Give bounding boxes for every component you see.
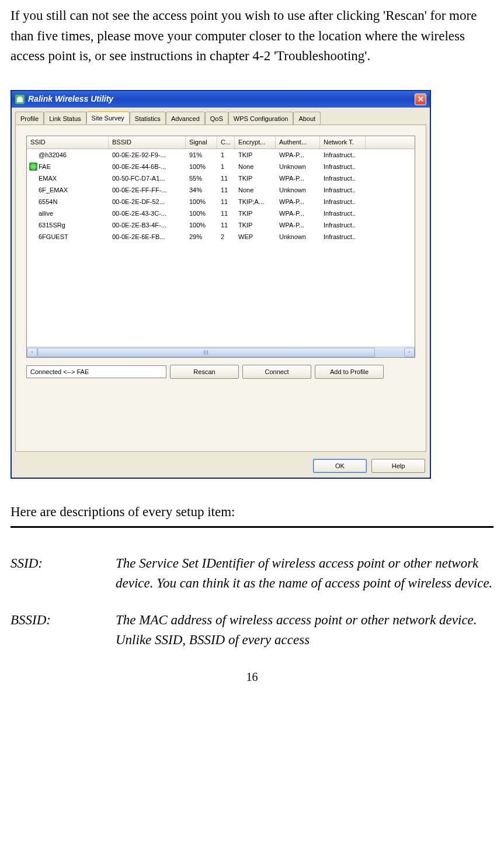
cell-signal: 100% (186, 220, 217, 231)
grid-header[interactable]: SSIDBSSIDSignalC...Encrypt...Authent...N… (27, 136, 415, 149)
rescan-button[interactable]: Rescan (170, 365, 239, 379)
cell-ch: 11 (217, 208, 235, 219)
ssid-label: 6F_EMAX (39, 185, 68, 195)
ssid-cell: ailive (27, 208, 109, 219)
cell-signal: 100% (186, 161, 217, 172)
table-row[interactable]: @h3204600-0E-2E-92-F9-...91%1TKIPWPA-P..… (27, 149, 415, 161)
cell-enc: TKIP (235, 208, 276, 219)
cell-enc: TKIP;A... (235, 196, 276, 208)
chevron-left-icon: ‹ (32, 348, 33, 357)
titlebar[interactable]: Ralink Wireless Utility ✕ (12, 91, 430, 108)
table-row[interactable]: EMAX00-50-FC-D7-A1...55%11TKIPWPA-P...In… (27, 172, 415, 184)
table-row[interactable]: 6554N00-0E-2E-DF-52...100%11TKIP;A...WPA… (27, 196, 415, 208)
page-number: 16 (11, 668, 493, 686)
cell-bssid: 00-0E-2E-44-6B-... (109, 161, 186, 172)
intro-paragraph: If you still can not see the access poin… (11, 6, 493, 67)
definition-item: SSID:The Service Set IDentifier of wirel… (11, 554, 493, 594)
tab-statistics[interactable]: Statistics (130, 112, 166, 126)
cell-bssid: 00-50-FC-D7-A1... (109, 173, 186, 184)
connection-status: Connected <--> FAE (26, 365, 166, 378)
scroll-left-button[interactable]: ‹ (27, 348, 37, 357)
table-row-empty (27, 313, 415, 324)
cell-net: Infrastruct.. (320, 208, 366, 219)
network-icon (29, 174, 37, 182)
cell-auth: Unknown (276, 185, 320, 196)
scroll-thumb[interactable] (37, 348, 375, 357)
cell-net: Infrastruct.. (320, 231, 366, 243)
connected-icon (29, 163, 37, 171)
close-button[interactable]: ✕ (415, 94, 426, 105)
tab-about[interactable]: About (293, 112, 321, 126)
tab-site-survey[interactable]: Site Survey (86, 111, 130, 123)
cell-enc: None (235, 161, 276, 172)
cell-net: Infrastruct.. (320, 173, 366, 184)
app-icon (15, 95, 25, 104)
cell-signal: 91% (186, 150, 217, 161)
cell-ch: 11 (217, 220, 235, 231)
cell-auth: WPA-P... (276, 220, 320, 231)
table-row[interactable]: 6F_EMAX00-0E-2E-FF-FF-...34%11NoneUnknow… (27, 184, 415, 196)
ssid-cell: 6315SRg (27, 220, 109, 231)
ssid-label: FAE (39, 162, 51, 172)
table-row[interactable]: ailive00-0E-2E-43-3C-...100%11TKIPWPA-P.… (27, 208, 415, 219)
table-row-empty (27, 254, 415, 266)
tab-qos[interactable]: QoS (205, 112, 228, 126)
cell-net: Infrastruct.. (320, 161, 366, 172)
ssid-label: ailive (39, 209, 53, 219)
definition-item: BSSID:The MAC address of wireless access… (11, 610, 493, 651)
close-icon: ✕ (418, 94, 424, 105)
ok-button[interactable]: OK (313, 459, 367, 473)
network-icon (29, 151, 37, 159)
tab-wps-configuration[interactable]: WPS Configuration (228, 112, 294, 126)
grid-body[interactable]: @h3204600-0E-2E-92-F9-...91%1TKIPWPA-P..… (27, 149, 415, 347)
tab-link-status[interactable]: Link Status (44, 112, 86, 126)
cell-bssid: 00-0E-2E-92-F9-... (109, 150, 186, 161)
table-row[interactable]: 6FGUEST00-0E-2E-6E-FB...29%2WEPUnknownIn… (27, 231, 415, 243)
tab-advanced[interactable]: Advanced (166, 112, 205, 126)
ssid-cell: EMAX (27, 173, 109, 184)
definition-text: The MAC address of wireless access point… (116, 610, 493, 651)
ssid-cell: 6554N (27, 196, 109, 208)
horizontal-scrollbar[interactable]: ‹ › (27, 347, 415, 357)
table-row-empty (27, 278, 415, 289)
connect-button[interactable]: Connect (242, 365, 311, 379)
ssid-cell: 6F_EMAX (27, 185, 109, 196)
tab-profile[interactable]: Profile (15, 112, 44, 126)
column-header[interactable]: Encrypt... (235, 136, 276, 148)
chevron-right-icon: › (409, 348, 411, 357)
column-header[interactable]: Network T. (320, 136, 366, 148)
ssid-label: @h32046 (39, 150, 67, 160)
cell-bssid: 00-0E-2E-FF-FF-... (109, 185, 186, 196)
column-header[interactable]: C... (217, 136, 235, 148)
add-to-profile-button[interactable]: Add to Profile (315, 365, 384, 379)
column-header[interactable]: Authent... (276, 136, 320, 148)
column-header[interactable]: BSSID (109, 136, 186, 148)
cell-net: Infrastruct.. (320, 196, 366, 208)
table-row-empty (27, 289, 415, 301)
ssid-label: 6554N (39, 197, 57, 207)
definition-term: BSSID: (11, 610, 116, 651)
ssid-label: 6315SRg (39, 220, 65, 230)
cell-ch: 11 (217, 173, 235, 184)
scroll-track[interactable] (37, 348, 404, 357)
scroll-right-button[interactable]: › (404, 348, 415, 357)
cell-ch: 2 (217, 231, 235, 243)
cell-auth: WPA-P... (276, 150, 320, 161)
cell-net: Infrastruct.. (320, 150, 366, 161)
table-row[interactable]: 6315SRg00-0E-2E-B3-4F-...100%11TKIPWPA-P… (27, 219, 415, 231)
table-row-empty (27, 301, 415, 313)
ssid-label: EMAX (39, 174, 57, 184)
column-header[interactable]: Signal (186, 136, 217, 148)
ssid-cell: 6FGUEST (27, 231, 109, 243)
cell-auth: Unknown (276, 231, 320, 243)
table-row-empty (27, 324, 415, 336)
cell-auth: WPA-P... (276, 173, 320, 184)
networks-grid[interactable]: SSIDBSSIDSignalC...Encrypt...Authent...N… (26, 136, 415, 358)
column-header[interactable]: SSID (27, 136, 109, 148)
cell-ch: 1 (217, 150, 235, 161)
cell-bssid: 00-0E-2E-B3-4F-... (109, 220, 186, 231)
cell-bssid: 00-0E-2E-43-3C-... (109, 208, 186, 219)
table-row[interactable]: FAE00-0E-2E-44-6B-...100%1NoneUnknownInf… (27, 161, 415, 172)
help-button[interactable]: Help (371, 459, 425, 473)
dialog-footer: OK Help (12, 455, 430, 478)
